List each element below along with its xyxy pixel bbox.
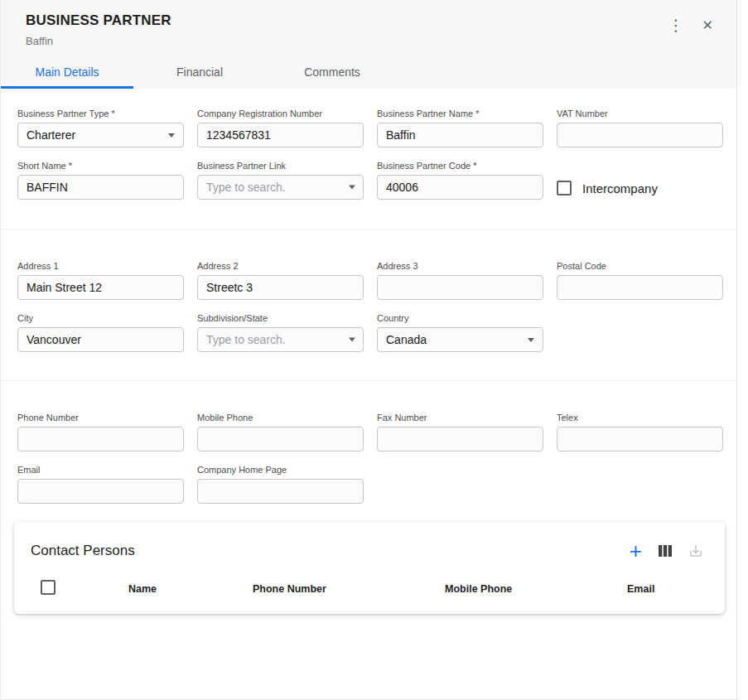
company-home-page-input[interactable] <box>197 479 364 504</box>
field-label: Company Home Page <box>197 465 364 475</box>
telex-input[interactable] <box>557 427 723 451</box>
field-company-home-page: Company Home Page <box>197 465 364 504</box>
chevron-down-icon <box>528 338 534 342</box>
field-label: Telex <box>557 413 723 422</box>
field-postal-code: Postal Code <box>557 261 723 300</box>
business-partner-dialog: BUSINESS PARTNER Baffin ⋮ ✕ Main Details… <box>0 0 737 700</box>
header-actions: ⋮ ✕ <box>665 14 717 36</box>
column-header-phone-number: Phone Number <box>226 583 418 595</box>
columns-icon <box>659 545 672 557</box>
postal-code-input[interactable] <box>557 275 723 300</box>
more-options-button[interactable]: ⋮ <box>665 14 688 36</box>
section-divider <box>1 380 736 381</box>
header-text: BUSINESS PARTNER Baffin <box>26 12 171 47</box>
intercompany-checkbox[interactable] <box>557 181 572 196</box>
field-label: City <box>17 313 184 323</box>
business-partner-code-input[interactable] <box>377 175 543 200</box>
field-business-partner-link: Business Partner Link <box>197 161 364 200</box>
field-intercompany: Intercompany <box>557 176 723 200</box>
download-icon <box>688 543 703 558</box>
select-all-cell <box>14 580 102 597</box>
vat-number-input[interactable] <box>557 123 723 147</box>
city-input[interactable] <box>17 327 184 352</box>
chevron-down-icon <box>349 186 355 190</box>
field-city: City <box>17 313 184 352</box>
country-select[interactable]: Canada <box>377 327 543 352</box>
contact-persons-title: Contact Persons <box>31 543 135 559</box>
field-address-3: Address 3 <box>377 261 543 300</box>
page-title: BUSINESS PARTNER <box>26 12 171 29</box>
dialog-header: BUSINESS PARTNER Baffin ⋮ ✕ Main Details… <box>1 0 736 89</box>
section-divider <box>1 229 736 229</box>
tab-financial[interactable]: Financial <box>133 57 266 89</box>
close-button[interactable]: ✕ <box>699 16 717 36</box>
email-input[interactable] <box>17 479 184 504</box>
company-registration-number-input[interactable] <box>197 123 364 147</box>
mobile-phone-input[interactable] <box>197 427 364 451</box>
field-business-partner-code: Business Partner Code * <box>377 161 543 200</box>
field-mobile-phone: Mobile Phone <box>197 413 364 451</box>
chevron-down-icon <box>168 133 175 138</box>
tab-label: Financial <box>176 65 223 79</box>
tab-main-details[interactable]: Main Details <box>1 57 133 89</box>
address-2-input[interactable] <box>197 275 364 300</box>
select-value: Canada <box>386 333 427 346</box>
field-short-name: Short Name * <box>17 161 184 200</box>
main-details-panel: Business Partner Type * Charterer Compan… <box>1 89 736 614</box>
field-label: Subdivision/State <box>197 313 364 323</box>
field-label: Email <box>17 465 184 475</box>
fax-number-input[interactable] <box>377 427 543 451</box>
field-business-partner-name: Business Partner Name * <box>377 109 543 147</box>
field-telex: Telex <box>557 413 723 451</box>
field-label: Country <box>377 313 543 323</box>
business-partner-name-input[interactable] <box>377 123 543 147</box>
business-partner-link-input[interactable] <box>197 175 364 200</box>
address-section: Address 1 Address 2 Address 3 Postal Cod… <box>1 261 736 352</box>
field-label: Company Registration Number <box>197 109 364 118</box>
column-header-name: Name <box>102 583 226 595</box>
column-header-email: Email <box>601 583 725 595</box>
select-all-checkbox[interactable] <box>41 580 55 595</box>
field-label: Business Partner Code * <box>377 161 543 171</box>
tab-bar: Main Details Financial Comments <box>1 57 736 89</box>
field-label: Short Name * <box>17 161 184 171</box>
tab-label: Comments <box>304 65 360 79</box>
subdivision-state-input[interactable] <box>197 327 364 352</box>
business-partner-type-select[interactable]: Charterer <box>17 123 184 147</box>
field-phone-number: Phone Number <box>17 413 184 451</box>
field-business-partner-type: Business Partner Type * Charterer <box>17 109 184 147</box>
chevron-down-icon <box>349 338 355 342</box>
tab-label: Main Details <box>35 65 99 79</box>
field-fax-number: Fax Number <box>377 413 543 451</box>
kebab-menu-icon: ⋮ <box>668 17 684 33</box>
field-label: Postal Code <box>557 261 723 271</box>
field-email: Email <box>17 465 184 504</box>
contact-persons-actions: + <box>626 540 707 562</box>
column-settings-button[interactable] <box>655 542 675 560</box>
field-label: Mobile Phone <box>197 413 364 422</box>
contact-persons-header: Contact Persons + <box>14 522 725 580</box>
field-address-2: Address 2 <box>197 261 364 300</box>
field-label: Business Partner Name * <box>377 109 543 118</box>
intercompany-label: Intercompany <box>582 181 658 196</box>
field-label: Phone Number <box>17 413 184 422</box>
field-vat-number: VAT Number <box>557 109 723 147</box>
add-contact-button[interactable]: + <box>626 540 645 562</box>
plus-icon: + <box>630 543 642 558</box>
tab-comments[interactable]: Comments <box>266 57 398 89</box>
field-label: Business Partner Link <box>197 161 364 171</box>
address-3-input[interactable] <box>377 275 543 300</box>
field-subdivision-state: Subdivision/State <box>197 313 364 352</box>
address-1-input[interactable] <box>17 275 184 300</box>
select-value: Charterer <box>27 128 75 142</box>
partner-info-section: Business Partner Type * Charterer Compan… <box>1 109 736 200</box>
phone-number-input[interactable] <box>17 427 184 451</box>
field-address-1: Address 1 <box>17 261 184 300</box>
short-name-input[interactable] <box>17 175 184 200</box>
field-label: Business Partner Type * <box>17 109 184 118</box>
field-label: VAT Number <box>557 109 723 118</box>
contact-persons-table-header: Name Phone Number Mobile Phone Email <box>14 580 725 602</box>
field-country: Country Canada <box>377 313 543 352</box>
column-header-mobile-phone: Mobile Phone <box>418 583 601 595</box>
export-button[interactable] <box>685 540 707 562</box>
